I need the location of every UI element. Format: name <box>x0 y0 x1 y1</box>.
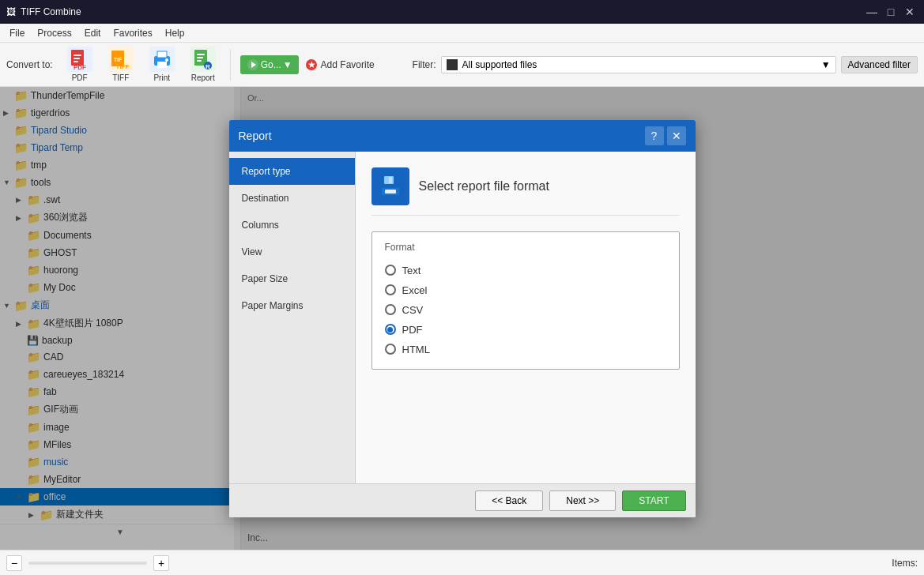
modal-body: Report type Destination Columns View Pap… <box>229 152 696 483</box>
svg-rect-3 <box>74 61 78 62</box>
bottom-bar: − + Items: <box>0 550 924 575</box>
radio-html[interactable] <box>385 344 396 355</box>
format-excel[interactable]: Excel <box>385 280 666 300</box>
svg-text:TIF: TIF <box>113 57 122 62</box>
go-button[interactable]: Go... ▼ <box>240 55 299 74</box>
filter-section: Filter: All supported files ▼ Advanced f… <box>413 56 918 73</box>
format-csv-label: CSV <box>402 304 424 316</box>
pdf-label: PDF <box>72 73 88 82</box>
format-pdf-label: PDF <box>402 324 423 336</box>
menu-file[interactable]: File <box>3 26 31 40</box>
svg-rect-10 <box>157 62 167 68</box>
print-button[interactable]: Print <box>145 45 179 84</box>
report-modal: Report ? ✕ Report type Destination Colum… <box>229 120 696 517</box>
svg-rect-14 <box>197 57 203 58</box>
format-html[interactable]: HTML <box>385 340 666 359</box>
modal-content-area: Select report file format Format Text Ex… <box>356 152 696 483</box>
svg-rect-1 <box>74 54 81 56</box>
add-favorite-button[interactable]: ★ Add Favorite <box>305 58 375 71</box>
modal-header: Report ? ✕ <box>229 120 696 152</box>
nav-columns[interactable]: Columns <box>229 212 355 239</box>
radio-excel[interactable] <box>385 284 396 295</box>
zoom-slider[interactable] <box>28 562 147 565</box>
nav-report-type[interactable]: Report type <box>229 158 355 185</box>
format-excel-label: Excel <box>402 284 428 296</box>
convert-label: Convert to: <box>6 59 53 70</box>
modal-overlay: Report ? ✕ Report type Destination Colum… <box>0 87 924 550</box>
pdf-icon: PDF <box>67 47 92 72</box>
print-icon <box>149 47 175 72</box>
advanced-filter-button[interactable]: Advanced filter <box>841 56 918 73</box>
modal-content-header: Select report file format <box>371 167 680 216</box>
radio-text[interactable] <box>385 265 396 276</box>
radio-pdf[interactable] <box>385 324 396 335</box>
filter-dropdown[interactable]: All supported files ▼ <box>441 56 836 73</box>
radio-csv[interactable] <box>385 304 396 315</box>
pdf-button[interactable]: PDF PDF <box>62 45 97 84</box>
next-button[interactable]: Next >> <box>549 490 616 511</box>
back-button[interactable]: << Back <box>475 490 543 511</box>
format-text-label: Text <box>402 265 421 276</box>
modal-footer: << Back Next >> START <box>229 483 696 517</box>
modal-content-title: Select report file format <box>419 179 549 194</box>
zoom-plus-button[interactable]: + <box>153 555 169 571</box>
minimize-button[interactable]: — <box>864 4 880 20</box>
nav-view[interactable]: View <box>229 239 355 265</box>
svg-rect-13 <box>197 54 205 55</box>
title-bar: 🖼 TIFF Combine — □ ✕ <box>0 0 924 24</box>
close-window-button[interactable]: ✕ <box>902 4 918 20</box>
svg-rect-15 <box>197 60 202 62</box>
format-legend: Format <box>385 242 666 253</box>
tiff-label: TIFF <box>112 73 129 82</box>
svg-rect-2 <box>74 58 80 59</box>
format-html-label: HTML <box>402 344 430 355</box>
menu-process[interactable]: Process <box>31 26 77 40</box>
svg-rect-26 <box>385 190 396 194</box>
dropdown-arrow-icon: ▼ <box>821 59 831 70</box>
format-pdf[interactable]: PDF <box>385 320 666 340</box>
svg-text:TIFF: TIFF <box>115 63 129 70</box>
nav-paper-margins[interactable]: Paper Margins <box>229 292 355 319</box>
maximize-button[interactable]: □ <box>883 4 899 20</box>
report-icon: R <box>190 47 216 72</box>
modal-help-button[interactable]: ? <box>645 126 664 145</box>
nav-destination[interactable]: Destination <box>229 185 355 212</box>
toolbar: Convert to: PDF PDF TIFTIFF TIFF Print R… <box>0 43 924 87</box>
tiff-icon: TIFTIFF <box>108 47 134 72</box>
save-icon <box>371 167 409 205</box>
modal-sidebar: Report type Destination Columns View Pap… <box>229 152 356 483</box>
menu-bar: File Process Edit Favorites Help <box>0 24 924 43</box>
modal-close-button[interactable]: ✕ <box>667 126 686 145</box>
zoom-minus-button[interactable]: − <box>6 555 22 571</box>
app-icon: 🖼 <box>6 6 16 17</box>
print-label: Print <box>153 73 170 82</box>
svg-text:★: ★ <box>307 59 315 70</box>
svg-text:PDF: PDF <box>74 64 86 70</box>
toolbar-divider <box>230 49 231 81</box>
items-label: Items: <box>892 558 918 569</box>
menu-edit[interactable]: Edit <box>78 26 107 40</box>
modal-title: Report <box>239 130 272 142</box>
app-title: TIFF Combine <box>21 6 81 17</box>
menu-help[interactable]: Help <box>159 26 191 40</box>
svg-point-11 <box>165 58 168 62</box>
start-button[interactable]: START <box>622 490 685 511</box>
svg-rect-9 <box>157 51 167 58</box>
format-csv[interactable]: CSV <box>385 300 666 320</box>
nav-paper-size[interactable]: Paper Size <box>229 265 355 292</box>
filter-color-indicator <box>447 59 458 70</box>
svg-text:R: R <box>206 63 210 70</box>
format-text[interactable]: Text <box>385 261 666 280</box>
tiff-button[interactable]: TIFTIFF TIFF <box>104 45 138 84</box>
report-button[interactable]: R Report <box>186 45 221 84</box>
menu-favorites[interactable]: Favorites <box>107 26 158 40</box>
report-label: Report <box>191 73 215 82</box>
svg-rect-24 <box>389 177 392 183</box>
format-group: Format Text Excel CSV <box>371 231 680 370</box>
